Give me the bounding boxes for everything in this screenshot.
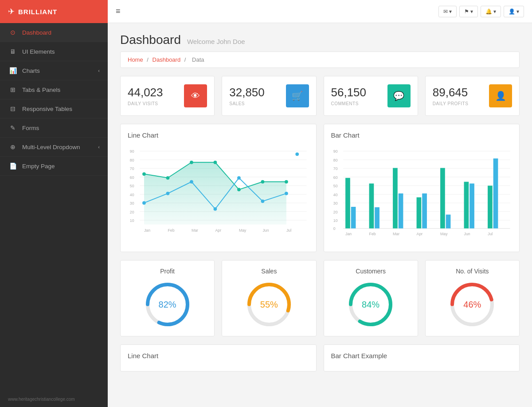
bell-button[interactable]: 🔔 ▾ (481, 6, 501, 17)
stat-info-1: 32,850 SALES (229, 86, 265, 106)
svg-text:10: 10 (130, 218, 134, 223)
svg-text:90: 90 (333, 149, 337, 154)
svg-rect-69 (440, 168, 445, 228)
line-chart-svg: 90 80 70 60 50 40 30 20 10 (128, 143, 309, 243)
svg-text:Jan: Jan (144, 228, 150, 233)
sidebar-label-responsive-tables: Responsive Tables (22, 106, 72, 112)
svg-point-38 (261, 199, 265, 203)
svg-point-30 (237, 188, 241, 191)
svg-rect-70 (446, 214, 450, 228)
bar-chart-svg: 90 80 70 60 50 40 30 20 10 0 (331, 143, 512, 243)
bottom-card-0: Line Chart (120, 344, 317, 371)
svg-rect-73 (488, 186, 493, 228)
sidebar-icon-multi-level: ⊕ (8, 143, 18, 150)
svg-text:30: 30 (333, 201, 337, 205)
bottom-row: Line ChartBar Chart Example (120, 344, 520, 371)
hamburger-button[interactable]: ≡ (116, 7, 121, 16)
content-area: 44,023 DAILY VISITS 👁 32,850 SALES 🛒 56,… (108, 76, 532, 380)
sidebar-label-empty-page: Empty Page (22, 163, 55, 170)
sidebar-icon-empty-page: 📄 (8, 162, 18, 170)
mail-dropdown-arrow: ▾ (449, 8, 452, 15)
breadcrumb-home[interactable]: Home (128, 56, 143, 63)
sidebar-label-charts: Charts (22, 67, 40, 74)
stat-row: 44,023 DAILY VISITS 👁 32,850 SALES 🛒 56,… (120, 76, 520, 116)
svg-point-37 (237, 176, 241, 180)
svg-text:50: 50 (333, 184, 337, 188)
svg-rect-67 (416, 198, 421, 229)
svg-point-26 (142, 172, 146, 176)
sidebar-label-multi-level: Multi-Level Dropdown (22, 144, 80, 150)
flag-dropdown-arrow: ▾ (470, 8, 473, 15)
stat-card-0: 44,023 DAILY VISITS 👁 (120, 76, 215, 116)
sidebar-nav: ⊙ Dashboard 🖥 UI Elements 📊 Charts ‹⊞ Ta… (0, 23, 108, 176)
stat-label-0: DAILY VISITS (128, 101, 163, 106)
svg-rect-61 (345, 178, 350, 229)
sidebar-item-multi-level[interactable]: ⊕ Multi-Level Dropdown ‹ (0, 138, 108, 157)
svg-rect-66 (398, 194, 403, 229)
flag-icon: ⚑ (464, 8, 469, 15)
sidebar-icon-dashboard: ⊙ (8, 29, 18, 36)
sidebar-icon-responsive-tables: ⊟ (8, 105, 18, 112)
svg-text:Apr: Apr (215, 228, 221, 233)
sidebar-icon-charts: 📊 (8, 67, 18, 74)
svg-text:Jul: Jul (488, 232, 493, 236)
svg-rect-64 (375, 207, 379, 229)
logo-icon: ✈ (8, 7, 15, 16)
stat-card-2: 56,150 COMMENTS 💬 (324, 76, 418, 116)
svg-text:Feb: Feb (168, 228, 174, 233)
stat-value-2: 56,150 (331, 86, 367, 99)
svg-point-39 (285, 192, 288, 195)
svg-text:Jun: Jun (464, 232, 470, 236)
stat-icon-2: 💬 (387, 84, 411, 107)
page-title: Dashboard (120, 33, 181, 47)
donut-container-3: 46% (448, 280, 497, 329)
donut-title-2: Customers (331, 268, 411, 275)
sidebar-label-dashboard: Dashboard (22, 29, 51, 36)
sidebar-label-ui-elements: UI Elements (22, 48, 55, 55)
svg-point-31 (261, 180, 265, 184)
svg-text:Jan: Jan (345, 232, 352, 236)
line-chart-title: Line Chart (128, 131, 309, 139)
brand-name: BRILLIANT (18, 8, 57, 16)
user-button[interactable]: 👤 ▾ (504, 6, 524, 17)
stat-label-2: COMMENTS (331, 101, 367, 106)
donut-label-0: 82% (159, 299, 176, 309)
donut-card-1: Sales 55% (222, 260, 316, 336)
bottom-title-0: Line Chart (128, 352, 309, 360)
svg-rect-74 (493, 158, 498, 229)
sidebar-item-empty-page[interactable]: 📄 Empty Page (0, 157, 108, 176)
svg-text:May: May (440, 232, 448, 236)
stat-value-1: 32,850 (229, 86, 265, 99)
user-icon: 👤 (509, 8, 515, 15)
page-header: Dashboard Welcome John Doe (108, 23, 532, 51)
main-content: ≡ ✉ ▾ ⚑ ▾ 🔔 ▾ 👤 ▾ Dashboard Welcome John… (108, 0, 532, 407)
stat-value-3: 89,645 (433, 86, 469, 99)
breadcrumb-data: Data (192, 56, 204, 63)
mail-button[interactable]: ✉ ▾ (438, 6, 457, 17)
svg-text:Apr: Apr (416, 232, 422, 236)
breadcrumb-dashboard[interactable]: Dashboard (153, 56, 181, 63)
bottom-title-1: Bar Chart Example (331, 352, 512, 360)
donut-title-0: Profit (128, 268, 207, 275)
donut-container-0: 82% (143, 280, 192, 329)
arrow-icon: ‹ (98, 68, 100, 73)
sidebar-item-forms[interactable]: ✎ Forms (0, 119, 108, 138)
sidebar-item-tabs-panels[interactable]: ⊞ Tabs & Panels (0, 80, 108, 99)
stat-card-3: 89,645 DAILY PROFITS 👤 (425, 76, 520, 116)
donut-container-1: 55% (245, 280, 293, 329)
svg-text:50: 50 (130, 184, 134, 188)
svg-text:40: 40 (333, 193, 337, 197)
svg-text:90: 90 (130, 149, 134, 154)
svg-point-29 (214, 161, 217, 164)
sidebar-item-charts[interactable]: 📊 Charts ‹ (0, 61, 108, 80)
svg-text:80: 80 (130, 158, 134, 162)
flag-button[interactable]: ⚑ ▾ (459, 6, 478, 17)
sidebar-item-dashboard[interactable]: ⊙ Dashboard (0, 23, 108, 42)
svg-text:70: 70 (130, 166, 134, 171)
user-dropdown-arrow: ▾ (516, 8, 519, 15)
donut-card-0: Profit 82% (120, 260, 215, 336)
sidebar-item-ui-elements[interactable]: 🖥 UI Elements (0, 42, 108, 61)
stat-info-3: 89,645 DAILY PROFITS (433, 86, 469, 106)
mail-icon: ✉ (443, 8, 448, 15)
sidebar-item-responsive-tables[interactable]: ⊟ Responsive Tables (0, 99, 108, 119)
